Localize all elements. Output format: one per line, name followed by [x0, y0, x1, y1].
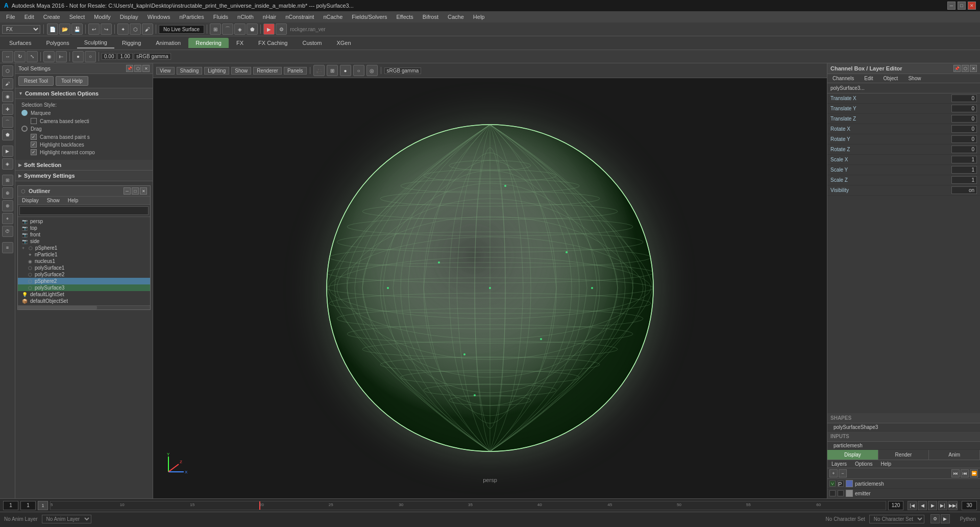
- lasso-btn[interactable]: ⬡: [130, 23, 141, 35]
- tab-anim[interactable]: Anim: [929, 450, 980, 460]
- vp-view-menu[interactable]: View: [156, 67, 175, 75]
- tab-rendering[interactable]: Rendering: [188, 38, 229, 48]
- menu-ncloth[interactable]: nCloth: [233, 13, 258, 21]
- tab-polygons[interactable]: Polygons: [39, 38, 76, 48]
- ts-pin-btn[interactable]: 📌: [126, 65, 133, 72]
- soft-selection-header[interactable]: ▶ Soft Selection: [15, 160, 153, 171]
- layer-p-btn-emitter[interactable]: [838, 490, 844, 496]
- tab-sculpting[interactable]: Sculpting: [77, 37, 114, 49]
- layer-p-btn-particlemesh[interactable]: P: [838, 481, 844, 487]
- channel-translate-z[interactable]: Translate Z 0: [827, 114, 980, 124]
- maximize-button[interactable]: □: [958, 2, 966, 10]
- start-frame-field[interactable]: [3, 501, 18, 510]
- cb-menu-object[interactable]: Object: [878, 74, 903, 83]
- highlight-backfaces-row[interactable]: Highlight backfaces: [31, 141, 146, 148]
- highlight-nearest-checkbox[interactable]: [31, 149, 37, 155]
- window-controls[interactable]: ─ □ ✕: [947, 2, 976, 10]
- misc-icon[interactable]: ≡: [2, 242, 13, 253]
- menu-nconstraint[interactable]: nConstraint: [281, 13, 318, 21]
- open-scene-btn[interactable]: 📂: [59, 23, 70, 35]
- curve-tool[interactable]: ⌒: [2, 116, 13, 128]
- anim-icon[interactable]: ⏱: [2, 226, 13, 237]
- outliner-item-defaultlightset[interactable]: 💡 defaultLightSet: [18, 291, 150, 298]
- outliner-item-polysurface2[interactable]: ⬡ polySurface2: [18, 271, 150, 278]
- vp-cam-sel[interactable]: 🎥: [313, 65, 325, 76]
- soft-sel-btn[interactable]: ◉: [43, 51, 55, 62]
- channel-scale-z[interactable]: Scale Z 1: [827, 175, 980, 185]
- new-layer-btn[interactable]: +: [829, 469, 838, 477]
- menu-select[interactable]: Select: [65, 13, 89, 21]
- timeline-ruler[interactable]: 5 10 15 20 25 30 35 40 45 50 55 60: [50, 501, 886, 510]
- menu-fields[interactable]: Fields/Solvers: [348, 13, 391, 21]
- render-btn[interactable]: ▶: [263, 23, 275, 35]
- outliner-menu-show[interactable]: Show: [43, 197, 64, 204]
- scale-btn[interactable]: ⤡: [27, 51, 38, 62]
- outliner-menu-display[interactable]: Display: [18, 197, 43, 204]
- tab-custom[interactable]: Custom: [296, 38, 329, 48]
- marquee-radio[interactable]: [21, 110, 28, 116]
- vp-ortho-btn[interactable]: ⊞: [327, 65, 338, 76]
- layer-vis-btn-particlemesh[interactable]: V: [829, 481, 836, 487]
- menu-create[interactable]: Create: [39, 13, 64, 21]
- cb-menu-show[interactable]: Show: [903, 74, 926, 83]
- vp-renderer-menu[interactable]: Renderer: [253, 67, 282, 75]
- camera-paint-checkbox[interactable]: [31, 134, 37, 140]
- snap-point-btn[interactable]: ◈: [234, 23, 246, 35]
- menu-modify[interactable]: Modify: [90, 13, 114, 21]
- channel-rotate-x[interactable]: Rotate X 0: [827, 124, 980, 134]
- wire-btn[interactable]: ○: [85, 51, 96, 62]
- prev-frame-btn[interactable]: ◀: [918, 501, 927, 510]
- sculpt-tool[interactable]: ◉: [2, 91, 13, 102]
- common-selection-header[interactable]: ▼ Common Selection Options: [15, 88, 153, 99]
- outliner-item-side[interactable]: 📷 side: [18, 238, 150, 245]
- skip-end-btn[interactable]: ▶▶|: [948, 501, 958, 510]
- vp-panels-menu[interactable]: Panels: [284, 67, 307, 75]
- menu-windows[interactable]: Windows: [143, 13, 175, 21]
- highlight-nearest-row[interactable]: Highlight nearest compo: [31, 149, 146, 155]
- layer-emitter[interactable]: emitter: [827, 489, 980, 498]
- vp-xray-btn[interactable]: ◎: [366, 65, 378, 76]
- menu-file[interactable]: File: [2, 13, 19, 21]
- range-end-field[interactable]: [962, 501, 977, 510]
- tab-fx[interactable]: FX: [229, 38, 251, 48]
- vp-show-menu[interactable]: Show: [231, 67, 251, 75]
- viewport[interactable]: View Shading Lighting Show Renderer Pane…: [153, 63, 827, 498]
- menu-fluids[interactable]: Fluids: [209, 13, 232, 21]
- layer-vis-btn-emitter[interactable]: [829, 490, 836, 496]
- tab-display[interactable]: Display: [827, 450, 878, 460]
- outliner-item-polysurface1[interactable]: ⬡ polySurface1: [18, 265, 150, 271]
- tab-rigging[interactable]: Rigging: [115, 38, 148, 48]
- minimize-button[interactable]: ─: [947, 2, 955, 10]
- anim-layer-selector[interactable]: No Anim Layer: [42, 515, 91, 523]
- constrain-icon[interactable]: ⊗: [2, 200, 13, 211]
- menu-ncache[interactable]: nCache: [319, 13, 347, 21]
- ts-float-btn[interactable]: ⬡: [134, 65, 141, 72]
- tab-render[interactable]: Render: [878, 450, 929, 460]
- undo-btn[interactable]: ↩: [88, 23, 100, 35]
- tab-fxcaching[interactable]: FX Caching: [251, 38, 295, 48]
- layer-particlemesh[interactable]: V P particlemesh: [827, 479, 980, 489]
- ts-close-btn[interactable]: ✕: [142, 65, 150, 72]
- menu-display[interactable]: Display: [116, 13, 142, 21]
- layout-icon[interactable]: ⊞: [2, 175, 13, 186]
- channel-translate-y[interactable]: Translate Y 0: [827, 104, 980, 114]
- anim-status-btn[interactable]: ⚙: [930, 514, 940, 523]
- select-tool[interactable]: ⬡: [2, 65, 13, 77]
- outliner-min-btn[interactable]: ─: [124, 187, 131, 195]
- outliner-item-top[interactable]: 📷 top: [18, 225, 150, 231]
- channel-scale-y[interactable]: Scale Y 1: [827, 165, 980, 175]
- snap-grid-btn[interactable]: ⊞: [210, 23, 221, 35]
- select-btn[interactable]: ✦: [117, 23, 129, 35]
- outliner-item-defaultobjectset[interactable]: 📦 defaultObjectSet: [18, 298, 150, 304]
- menu-cache[interactable]: Cache: [444, 13, 468, 21]
- cb-float-btn[interactable]: ⬡: [962, 65, 969, 72]
- outliner-item-polysurface3[interactable]: ⬡ polySurface3: [18, 284, 150, 291]
- outliner-menu-help[interactable]: Help: [64, 197, 83, 204]
- outliner-item-psphere1[interactable]: + ⬡ pSphere1: [18, 245, 150, 251]
- tab-xgen[interactable]: XGen: [329, 38, 358, 48]
- paint-tool[interactable]: 🖌: [2, 78, 13, 89]
- camera-paint-row[interactable]: Camera based paint s: [31, 134, 146, 140]
- tool-help-btn[interactable]: Tool Help: [56, 76, 88, 86]
- mode-selector[interactable]: FXModelingRiggingAnimationRendering: [2, 25, 40, 34]
- channel-rotate-z[interactable]: Rotate Z 0: [827, 145, 980, 155]
